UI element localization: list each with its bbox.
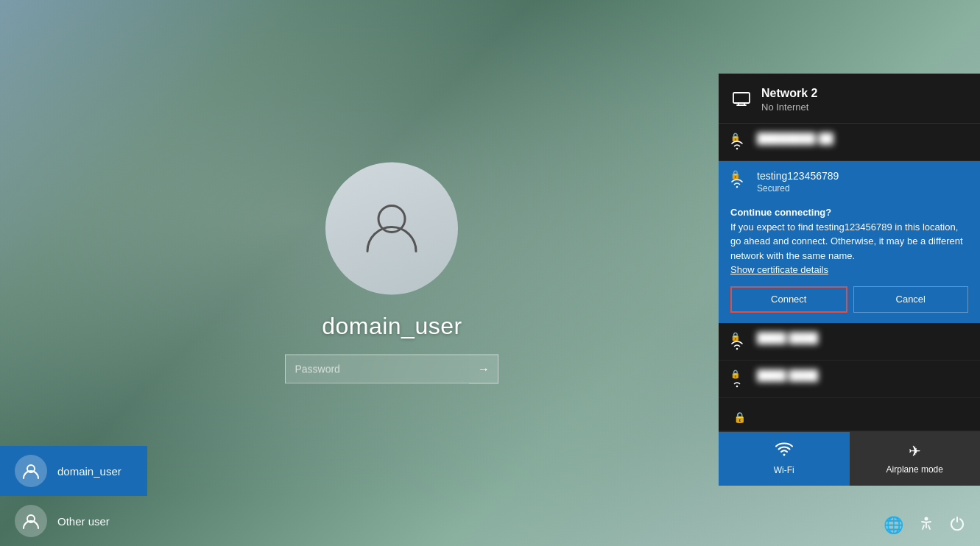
lock-wifi-icon-testing: 🔒 bbox=[730, 171, 748, 189]
power-icon[interactable] bbox=[949, 515, 965, 536]
network-status-testing: Secured bbox=[757, 183, 968, 194]
airplane-toggle-label: Airplane mode bbox=[886, 464, 943, 475]
network-item-blurred-3[interactable]: 🔒 ████ ████ bbox=[719, 361, 980, 398]
login-panel: domain_user → bbox=[285, 163, 498, 384]
user-item-other[interactable]: Other user bbox=[0, 496, 147, 546]
user-name-other: Other user bbox=[57, 515, 110, 528]
connect-dialog-message: If you expect to find testing123456789 i… bbox=[730, 221, 963, 261]
username-display: domain_user bbox=[322, 313, 462, 340]
current-network-status: No Internet bbox=[761, 102, 817, 113]
svg-rect-4 bbox=[733, 93, 750, 103]
user-name-domain: domain_user bbox=[57, 465, 121, 478]
lock-icon-4: 🔒 bbox=[730, 408, 748, 426]
avatar-icon bbox=[359, 194, 425, 263]
network-toggles: Wi-Fi ✈ Airplane mode bbox=[719, 431, 980, 486]
current-network-name: Network 2 bbox=[761, 87, 817, 100]
lock-wifi-icon-1: 🔒 bbox=[730, 134, 748, 152]
current-network-info: Network 2 No Internet bbox=[761, 87, 817, 113]
network-item-testing-header[interactable]: 🔒 testing123456789 Secured bbox=[719, 161, 980, 202]
password-row: → bbox=[285, 355, 498, 384]
network-info-testing: testing123456789 Secured bbox=[757, 170, 968, 194]
lock-wifi-icon-2: 🔒 bbox=[730, 333, 748, 351]
network-item-blurred-4[interactable]: 🔒 bbox=[719, 398, 980, 431]
connect-dialog: Continue connecting? If you expect to fi… bbox=[719, 202, 980, 323]
svg-point-3 bbox=[925, 517, 928, 520]
cancel-button[interactable]: Cancel bbox=[853, 286, 969, 313]
wifi-toggle-label: Wi-Fi bbox=[774, 465, 794, 475]
accessibility-icon[interactable] bbox=[918, 516, 934, 536]
avatar bbox=[325, 163, 458, 295]
continue-connecting-title: Continue connecting? bbox=[730, 207, 831, 218]
network-info-blurred-3: ████ ████ bbox=[757, 369, 968, 381]
network-info-blurred-2: ████ ████ bbox=[757, 332, 968, 344]
airplane-toggle-icon: ✈ bbox=[909, 442, 921, 460]
connect-button[interactable]: Connect bbox=[730, 286, 847, 313]
network-computer-icon bbox=[730, 88, 752, 110]
network-name-testing: testing123456789 bbox=[757, 170, 968, 182]
lock-wifi-icon-3: 🔒 bbox=[730, 371, 748, 389]
bottom-right-icons: 🌐 bbox=[884, 515, 965, 536]
show-certificate-link[interactable]: Show certificate details bbox=[730, 264, 828, 275]
network-item-testing[interactable]: 🔒 testing123456789 Secured Con bbox=[719, 161, 980, 323]
user-item-domain-user[interactable]: domain_user bbox=[0, 446, 147, 496]
user-avatar-other bbox=[15, 505, 47, 537]
globe-icon[interactable]: 🌐 bbox=[884, 516, 903, 535]
network-name-blurred-2: ████ ████ bbox=[757, 332, 968, 344]
wifi-toggle[interactable]: Wi-Fi bbox=[719, 432, 850, 486]
network-name-blurred-1: ████████-██ bbox=[757, 132, 968, 144]
network-name-blurred-3: ████ ████ bbox=[757, 369, 968, 381]
user-list: domain_user Other user bbox=[0, 446, 147, 546]
connect-buttons: Connect Cancel bbox=[730, 286, 968, 313]
network-panel: Network 2 No Internet 🔒 ████████-██ bbox=[719, 74, 980, 486]
airplane-toggle[interactable]: ✈ Airplane mode bbox=[850, 432, 981, 486]
network-item-blurred-1[interactable]: 🔒 ████████-██ bbox=[719, 124, 980, 161]
network-info-blurred-1: ████████-██ bbox=[757, 132, 968, 144]
password-input[interactable] bbox=[285, 355, 469, 384]
wifi-toggle-icon bbox=[775, 442, 793, 461]
network-item-blurred-2[interactable]: 🔒 ████ ████ bbox=[719, 323, 980, 361]
current-network-item[interactable]: Network 2 No Internet bbox=[719, 74, 980, 124]
connect-dialog-text: Continue connecting? If you expect to fi… bbox=[730, 202, 968, 286]
submit-button[interactable]: → bbox=[469, 355, 498, 384]
user-avatar-domain bbox=[15, 455, 47, 487]
